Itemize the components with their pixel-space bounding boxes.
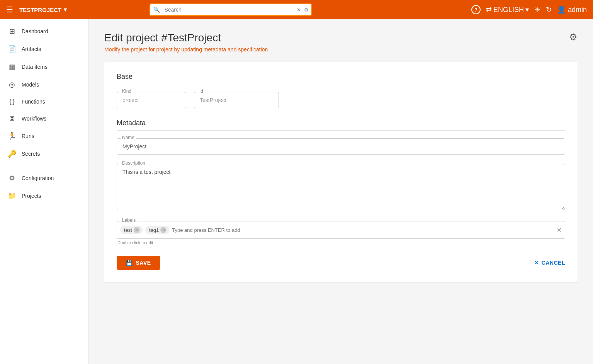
user-menu[interactable]: 👤 admin [557,5,587,14]
models-icon: ◎ [8,80,16,89]
labels-field-group: Labels test ✕ tag1 ✕ ✕ [117,221,565,245]
sidebar-item-label: Workflows [22,116,46,122]
header-actions: ? ⇄ ENGLISH ▾ ☀ ↻ 👤 admin [471,5,587,14]
form-card: Base Kind Id Metadata [104,62,578,282]
sidebar-item-label: Models [22,82,39,88]
labels-container[interactable]: test ✕ tag1 ✕ ✕ [117,221,565,239]
id-input[interactable] [194,92,279,108]
sidebar-item-configuration[interactable]: ⚙ Configuration [0,169,88,187]
help-icon[interactable]: ? [471,5,481,14]
artifacts-icon: 📄 [8,45,16,53]
page-title: Edit project #TestProject [104,32,268,44]
language-label: ENGLISH [493,6,524,14]
metadata-section-title: Metadata [117,119,565,127]
sidebar-item-dashboard[interactable]: ⊞ Dashboard [0,22,88,40]
sidebar-item-label: Functions [22,99,45,105]
sidebar-item-data-items[interactable]: ▦ Data items [0,58,88,76]
id-field-group: Id [194,92,279,108]
configuration-icon: ⚙ [8,174,16,182]
secrets-icon: 🔑 [8,150,16,158]
sidebar-divider [0,166,88,166]
label-tag-text: tag1 [149,227,159,233]
sidebar-item-models[interactable]: ◎ Models [0,76,88,94]
workflows-icon: ⧗ [8,114,16,122]
cancel-label: CANCEL [542,260,565,266]
base-divider [117,84,565,84]
theme-icon[interactable]: ☀ [534,5,540,14]
search-filter-icon[interactable]: ⚙ [304,7,309,13]
description-row: Description This is a test project [117,164,565,212]
runs-icon: 🏃 [8,132,16,140]
page-header-text: Edit project #TestProject Modify the pro… [104,32,268,53]
cancel-button[interactable]: ✕ CANCEL [534,260,565,266]
sidebar-item-secrets[interactable]: 🔑 Secrets [0,145,88,163]
description-label: Description [121,160,147,166]
sidebar-item-label: Secrets [22,151,40,157]
name-label: Name [121,135,136,140]
base-section: Base Kind Id [117,73,565,108]
sidebar-item-label: Dashboard [22,28,48,34]
labels-clear-icon[interactable]: ✕ [557,226,562,234]
dashboard-icon: ⊞ [8,27,16,36]
metadata-divider [117,130,565,131]
sidebar-item-label: Configuration [22,175,54,181]
kind-input[interactable] [117,92,186,108]
functions-icon: {} [8,98,16,105]
save-button[interactable]: 💾 SAVE [117,256,160,270]
page-subtitle: Modify the project for project by updati… [104,46,268,53]
id-label: Id [198,88,205,94]
base-fields-row: Kind Id [117,92,565,108]
name-row: Name [117,138,565,155]
page-header: Edit project #TestProject Modify the pro… [104,32,578,53]
sidebar-item-label: Projects [22,193,41,199]
data-items-icon: ▦ [8,63,16,71]
label-tag-text: test [124,227,132,233]
sidebar-item-label: Runs [22,133,34,139]
sidebar-item-artifacts[interactable]: 📄 Artifacts [0,40,88,58]
description-input[interactable]: This is a test project [117,164,565,210]
menu-icon[interactable]: ☰ [6,5,13,14]
sidebar-item-functions[interactable]: {} Functions [0,94,88,110]
remove-tag-tag1-button[interactable]: ✕ [160,227,167,233]
language-chevron-icon: ▾ [525,5,529,14]
page-settings-icon[interactable]: ⚙ [569,32,578,43]
sidebar-item-workflows[interactable]: ⧗ Workflows [0,110,88,127]
metadata-section: Metadata Name Description This is a test… [117,119,565,270]
search-clear-icon[interactable]: ✕ [297,7,301,13]
sidebar-item-projects[interactable]: 📁 Projects [0,187,88,205]
project-name: TESTPROJECT [19,7,61,13]
name-field-group: Name [117,138,565,155]
label-tag-test: test ✕ [120,226,143,234]
search-container: 🔍 ✕ ⚙ [150,3,312,16]
language-selector[interactable]: ⇄ ENGLISH ▾ [486,5,529,14]
sidebar-item-label: Artifacts [22,46,41,52]
main-content: Edit project #TestProject Modify the pro… [89,19,593,364]
user-avatar-icon: 👤 [557,5,566,14]
sidebar-item-runs[interactable]: 🏃 Runs [0,127,88,145]
cancel-icon: ✕ [534,260,539,266]
sidebar-item-label: Data items [22,64,48,70]
layout: ⊞ Dashboard 📄 Artifacts ▦ Data items ◎ M… [0,19,593,364]
project-chevron-icon: ▾ [64,6,67,13]
translate-icon: ⇄ [486,5,492,14]
name-input[interactable] [117,138,565,155]
description-field-group: Description This is a test project [117,164,565,212]
kind-label: Kind [121,88,133,94]
search-input[interactable] [150,3,312,16]
sidebar: ⊞ Dashboard 📄 Artifacts ▦ Data items ◎ M… [0,19,89,364]
labels-label: Labels [121,218,137,223]
label-tag-tag1: tag1 ✕ [145,226,170,234]
remove-tag-test-button[interactable]: ✕ [134,227,140,233]
refresh-icon[interactable]: ↻ [546,5,552,14]
projects-icon: 📁 [8,192,16,200]
save-icon: 💾 [126,260,133,266]
action-row: 💾 SAVE ✕ CANCEL [117,256,565,270]
header: ☰ TESTPROJECT ▾ 🔍 ✕ ⚙ ? ⇄ ENGLISH ▾ ☀ ↻ … [0,0,593,19]
labels-section: Labels test ✕ tag1 ✕ ✕ [117,221,565,245]
search-icon: 🔍 [153,7,160,13]
project-selector[interactable]: TESTPROJECT ▾ [19,6,67,13]
labels-input[interactable] [172,227,551,233]
username-label: admin [568,6,587,14]
labels-hint: Double click to edit [117,240,565,245]
save-label: SAVE [136,260,151,266]
